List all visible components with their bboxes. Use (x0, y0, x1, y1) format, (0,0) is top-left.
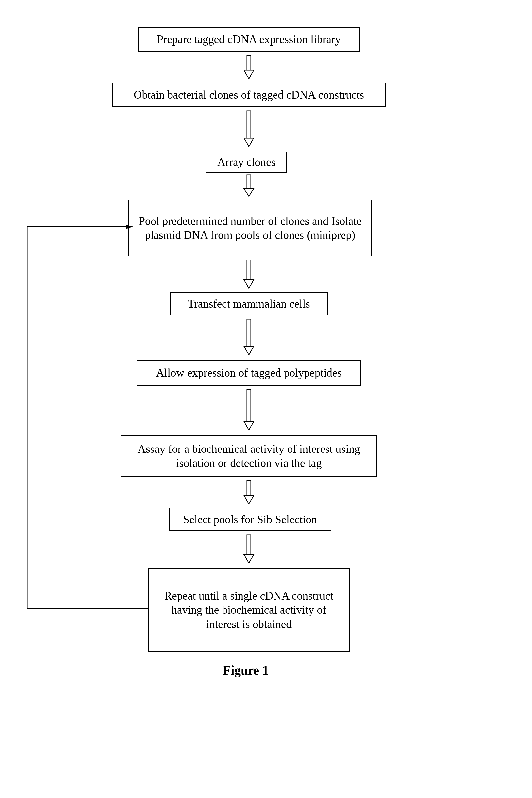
feedback-loop-arrow (12, 212, 150, 616)
svg-marker-9 (244, 346, 254, 355)
flow-box-7: Assay for a biochemical activity of inte… (121, 435, 377, 477)
flow-box-5-text: Transfect mammalian cells (188, 297, 310, 311)
figure-caption: Figure 1 (223, 663, 269, 678)
flow-box-5: Transfect mammalian cells (170, 292, 328, 316)
flow-box-3: Array clones (206, 152, 287, 172)
arrow-7-8 (242, 479, 256, 507)
arrow-5-6 (242, 318, 256, 357)
flow-box-8: Select pools for Sib Selection (169, 508, 331, 531)
svg-marker-7 (244, 280, 254, 288)
flow-box-2: Obtain bacterial clones of tagged cDNA c… (112, 82, 386, 107)
svg-rect-4 (247, 175, 251, 189)
svg-rect-6 (247, 260, 251, 280)
flow-box-6-text: Allow expression of tagged polypeptides (156, 366, 342, 380)
svg-marker-15 (244, 554, 254, 563)
svg-rect-12 (247, 480, 251, 495)
svg-rect-14 (247, 535, 251, 554)
flow-box-1-text: Prepare tagged cDNA expression library (157, 32, 341, 46)
flow-box-6: Allow expression of tagged polypeptides (137, 360, 361, 386)
flow-box-3-text: Array clones (217, 155, 276, 169)
arrow-4-5 (242, 259, 256, 291)
svg-marker-3 (244, 138, 254, 147)
figure-caption-text: Figure 1 (223, 663, 269, 677)
svg-marker-19 (126, 224, 133, 229)
svg-rect-8 (247, 319, 251, 346)
flow-box-1: Prepare tagged cDNA expression library (138, 27, 360, 52)
arrow-3-4 (242, 174, 256, 198)
flow-box-9-text: Repeat until a single cDNA construct hav… (153, 589, 344, 631)
flow-box-9: Repeat until a single cDNA construct hav… (148, 568, 350, 652)
arrow-1-2 (242, 54, 256, 81)
flow-box-4-text: Pool predetermined number of clones and … (134, 214, 366, 242)
svg-rect-2 (247, 111, 251, 138)
svg-marker-1 (244, 70, 254, 79)
svg-rect-10 (247, 390, 251, 421)
flow-box-8-text: Select pools for Sib Selection (183, 512, 317, 527)
flow-box-4: Pool predetermined number of clones and … (128, 200, 372, 256)
arrow-8-9 (242, 534, 256, 566)
arrow-2-3 (242, 110, 256, 149)
svg-rect-0 (247, 55, 251, 70)
svg-marker-11 (244, 421, 254, 430)
flow-box-7-text: Assay for a biochemical activity of inte… (127, 442, 371, 470)
svg-marker-5 (244, 189, 254, 196)
svg-marker-13 (244, 495, 254, 504)
flow-box-2-text: Obtain bacterial clones of tagged cDNA c… (134, 88, 364, 102)
arrow-6-7 (242, 388, 256, 433)
